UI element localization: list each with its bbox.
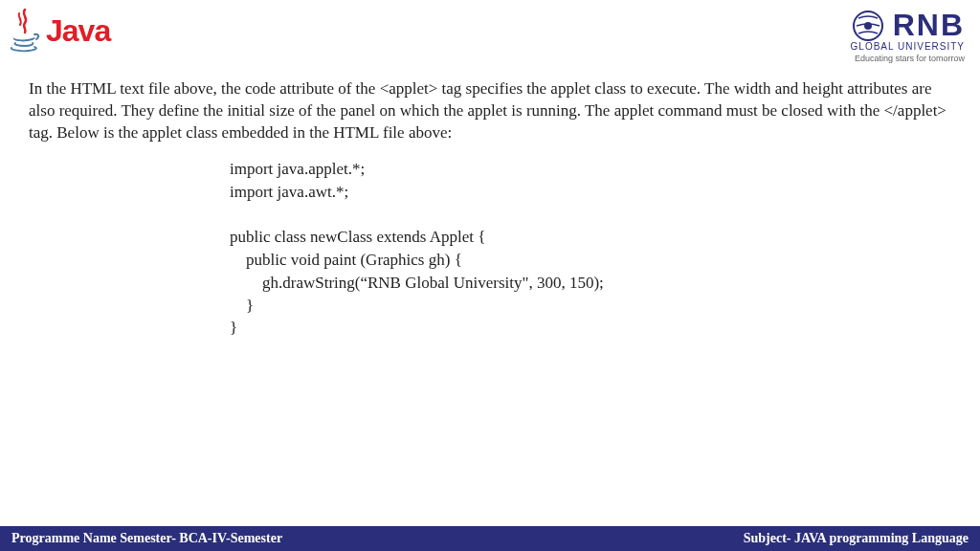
header: Java RNB GLOBAL UNIVERSITY Educating sta… <box>0 0 980 67</box>
java-cup-icon <box>8 8 42 54</box>
rnb-logo: RNB GLOBAL UNIVERSITY Educating stars fo… <box>851 8 965 63</box>
footer-bar: Programme Name Semester- BCA-IV-Semester… <box>0 526 980 551</box>
java-logo: Java <box>8 8 110 54</box>
footer-programme: Programme Name Semester- BCA-IV-Semester <box>11 531 282 546</box>
java-logo-text: Java <box>46 13 110 49</box>
rnb-subtitle: GLOBAL UNIVERSITY <box>851 41 965 52</box>
description-paragraph: In the HTML text file above, the code at… <box>29 78 951 144</box>
content-area: In the HTML text file above, the code at… <box>0 67 980 340</box>
footer-subject: Subject- JAVA programming Language <box>744 531 969 546</box>
svg-point-1 <box>864 22 872 30</box>
rnb-globe-icon <box>851 9 885 43</box>
code-sample: import java.applet.*; import java.awt.*;… <box>230 158 951 340</box>
rnb-logo-text: RNB <box>893 8 965 43</box>
rnb-tagline: Educating stars for tomorrow <box>851 54 965 63</box>
